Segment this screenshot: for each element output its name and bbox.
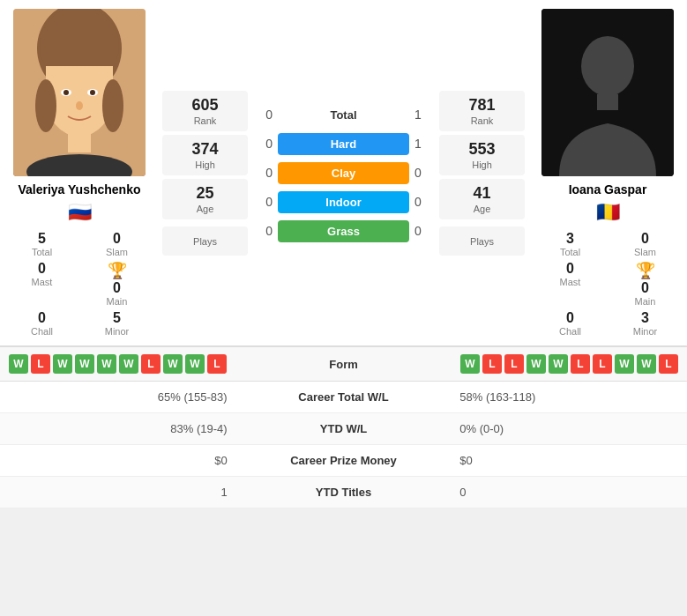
right-rank-box: 781 Rank (439, 91, 525, 131)
right-high-box: 553 High (439, 135, 525, 175)
career-stat-center-0: Career Total W/L (241, 382, 447, 413)
clay-score-right: 0 (409, 166, 431, 180)
total-score-right: 1 (409, 108, 431, 122)
left-rank-label: Rank (166, 115, 244, 126)
left-high-value: 374 (166, 140, 244, 159)
grass-score-right: 0 (409, 224, 431, 238)
clay-score-left: 0 (256, 166, 278, 180)
left-minor-value: 5 (83, 310, 151, 326)
svg-rect-4 (46, 66, 113, 93)
svg-point-9 (76, 101, 83, 110)
left-plays-label: Plays (166, 236, 244, 247)
career-stats-row-2: $0 Career Prize Money $0 (0, 445, 687, 477)
top-section: Valeriya Yushchenko 🇷🇺 5 Total 0 Slam 0 … (0, 0, 687, 346)
left-high-label: High (166, 160, 244, 170)
career-stat-center-2: Career Prize Money (241, 445, 447, 477)
left-age-label: Age (166, 204, 244, 214)
left-rank-box: 605 Rank (162, 91, 248, 131)
indoor-row: 0 Indoor 0 (256, 191, 431, 213)
career-stat-left-1: 83% (19-4) (0, 413, 241, 445)
grass-row: 0 Grass 0 (256, 220, 431, 242)
left-total-label: Total (8, 247, 76, 257)
player-face-right (541, 9, 674, 176)
left-chall-value: 0 (8, 310, 76, 326)
left-plays-box: Plays (162, 226, 248, 256)
left-minor-cell: 5 Minor (83, 310, 151, 337)
career-stat-left-3: 1 (0, 477, 241, 508)
career-stat-right-2: $0 (446, 445, 687, 477)
right-high-value: 553 (443, 140, 521, 159)
career-stats-table: 65% (155-83) Career Total W/L 58% (163-1… (0, 382, 687, 508)
right-chall-cell: 0 Chall (536, 310, 604, 337)
career-stat-right-0: 58% (163-118) (446, 382, 687, 413)
player-photo-left (13, 9, 146, 176)
main-container: Valeriya Yushchenko 🇷🇺 5 Total 0 Slam 0 … (0, 0, 687, 508)
middle-section: 0 Total 1 0 Hard 1 0 Clay 0 0 Indoor 0 (251, 9, 436, 337)
right-minor-cell: 3 Minor (611, 310, 679, 337)
clay-btn[interactable]: Clay (278, 162, 409, 184)
form-badge-right-w: W (460, 354, 480, 374)
left-total-value: 5 (8, 231, 76, 247)
right-age-box: 41 Age (439, 179, 525, 219)
grass-btn[interactable]: Grass (278, 220, 409, 242)
player-photo-right (541, 9, 674, 176)
svg-point-15 (581, 36, 634, 96)
total-score-left: 0 (256, 108, 278, 122)
form-badge-left-w: W (9, 354, 28, 374)
right-plays-label: Plays (443, 236, 521, 247)
player-flag-left: 🇷🇺 (68, 201, 92, 224)
svg-point-7 (63, 90, 69, 95)
grass-score-left: 0 (256, 224, 278, 238)
form-badge-left-l: L (207, 354, 227, 374)
hard-score-left: 0 (256, 137, 278, 151)
svg-point-12 (35, 79, 56, 132)
left-high-box: 374 High (162, 135, 248, 175)
left-stats-grid: 5 Total 0 Slam 0 Mast 🏆 0 Main 0 (8, 231, 151, 337)
career-stat-center-1: YTD W/L (241, 413, 447, 445)
right-mast-cell: 0 Mast (536, 261, 604, 307)
right-main-label: Main (635, 296, 656, 307)
right-slam-label: Slam (611, 247, 679, 257)
right-trophy-icon: 🏆 (636, 261, 655, 280)
right-main-value: 0 (641, 280, 649, 296)
hard-btn[interactable]: Hard (278, 133, 409, 155)
left-main-label: Main (107, 296, 128, 307)
career-stats-row-1: 83% (19-4) YTD W/L 0% (0-0) (0, 413, 687, 445)
left-slam-cell: 0 Slam (83, 231, 151, 257)
right-chall-value: 0 (536, 310, 604, 326)
form-badge-right-l: L (593, 354, 612, 374)
clay-row: 0 Clay 0 (256, 162, 431, 184)
left-trophy-icon: 🏆 (108, 261, 127, 280)
right-trophy-section: 🏆 0 Main (611, 261, 679, 307)
right-rank-label: Rank (443, 115, 521, 126)
stats-right-column: 781 Rank 553 High 41 Age Plays (436, 91, 528, 256)
player-name-left: Valeriya Yushchenko (18, 182, 140, 197)
right-slam-value: 0 (611, 231, 679, 247)
right-age-value: 41 (443, 184, 521, 203)
left-mast-cell: 0 Mast (8, 261, 76, 307)
form-badge-left-w: W (119, 354, 138, 374)
left-rank-value: 605 (166, 96, 244, 115)
form-badge-right-w: W (526, 354, 546, 374)
right-total-cell: 3 Total (536, 231, 604, 257)
right-total-value: 3 (536, 231, 604, 247)
right-mast-label: Mast (536, 277, 604, 287)
indoor-btn[interactable]: Indoor (278, 191, 409, 213)
stats-left-column: 605 Rank 374 High 25 Age Plays (159, 91, 251, 256)
form-badge-right-l: L (482, 354, 502, 374)
player-right: Ioana Gaspar 🇷🇴 3 Total 0 Slam 0 Mast 🏆 (528, 9, 687, 337)
form-badge-right-w: W (615, 354, 634, 374)
career-stats-row-0: 65% (155-83) Career Total W/L 58% (163-1… (0, 382, 687, 413)
right-high-label: High (443, 160, 521, 170)
total-row: 0 Total 1 (256, 104, 431, 126)
form-badge-left-w: W (53, 354, 72, 374)
career-stats-row-3: 1 YTD Titles 0 (0, 477, 687, 508)
player-flag-right: 🇷🇴 (596, 201, 620, 224)
right-rank-value: 781 (443, 96, 521, 115)
left-minor-label: Minor (83, 326, 151, 337)
form-badge-left-l: L (141, 354, 161, 374)
left-chall-label: Chall (8, 326, 76, 337)
career-stat-left-0: 65% (155-83) (0, 382, 241, 413)
total-btn[interactable]: Total (278, 104, 409, 126)
left-slam-label: Slam (83, 247, 151, 257)
